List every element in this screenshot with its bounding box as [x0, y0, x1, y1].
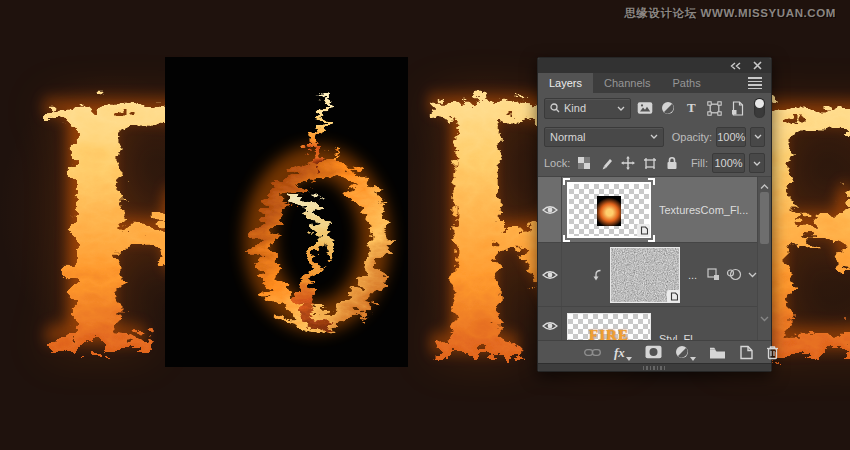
- opacity-label: Opacity:: [672, 131, 712, 143]
- trash-icon: [766, 345, 779, 360]
- visibility-toggle[interactable]: [538, 243, 562, 306]
- tab-layers[interactable]: Layers: [538, 73, 593, 93]
- visibility-toggle[interactable]: [538, 307, 562, 340]
- filter-pixel-layers-button[interactable]: [635, 98, 654, 118]
- chevron-down-icon: [753, 161, 761, 166]
- lock-label: Lock:: [544, 157, 570, 169]
- chevron-up-icon: [760, 184, 769, 190]
- tab-channels[interactable]: Channels: [593, 73, 661, 93]
- collapse-panel-button[interactable]: [730, 62, 741, 70]
- overlapping-squares-icon[interactable]: [707, 268, 720, 281]
- expand-effects-chevron-icon[interactable]: [748, 272, 757, 278]
- add-layer-style-button[interactable]: fx: [614, 346, 632, 359]
- layers-scrollbar[interactable]: [757, 177, 771, 340]
- panel-menu-icon: [748, 77, 762, 89]
- panel-menu-button[interactable]: [739, 73, 771, 93]
- layer-name[interactable]: Styl_Fl: [659, 333, 693, 340]
- layer-name-truncated[interactable]: ...: [688, 269, 697, 281]
- new-adjustment-layer-button[interactable]: [675, 345, 696, 359]
- chevron-down-icon: [650, 134, 658, 139]
- fill-value: 100%: [714, 157, 742, 169]
- filter-smart-objects-button[interactable]: [728, 98, 747, 118]
- new-layer-button[interactable]: [739, 345, 753, 360]
- layer-row-textures[interactable]: TexturesCom_Fl...: [538, 177, 771, 243]
- filter-shape-layers-button[interactable]: [705, 98, 724, 118]
- selection-corner-icon: [648, 178, 655, 185]
- close-panel-button[interactable]: [753, 61, 762, 70]
- link-icon: [584, 348, 601, 357]
- fireball-image: [165, 57, 408, 367]
- type-icon: T: [687, 100, 696, 116]
- layer-row-fire-text[interactable]: FIRE Styl_Fl: [538, 307, 771, 340]
- filter-adjustment-layers-button[interactable]: [658, 98, 677, 118]
- chevron-down-icon: [754, 134, 762, 139]
- scroll-down-button[interactable]: [760, 312, 769, 324]
- opacity-dropdown-button[interactable]: [750, 127, 765, 147]
- layers-panel: Layers Channels Paths Kind: [537, 57, 772, 372]
- layer-thumbnail[interactable]: FIRE: [567, 313, 651, 340]
- artboard-icon: [643, 157, 657, 170]
- smart-object-badge-icon: [667, 290, 680, 303]
- padlock-icon: [666, 156, 678, 170]
- filter-type-layers-button[interactable]: T: [682, 98, 701, 118]
- brush-icon: [600, 157, 613, 170]
- checkerboard-icon: [578, 157, 590, 169]
- delete-layer-button[interactable]: [766, 345, 779, 360]
- fill-input[interactable]: 100%: [712, 153, 745, 173]
- chevron-down-icon: [760, 316, 769, 322]
- toggle-knob: [755, 99, 764, 108]
- filter-kind-label: Kind: [564, 102, 586, 114]
- eye-icon: [542, 205, 558, 215]
- eye-icon: [542, 321, 558, 331]
- image-icon: [637, 101, 653, 115]
- tab-paths[interactable]: Paths: [662, 73, 712, 93]
- scroll-up-button[interactable]: [760, 180, 769, 192]
- caret-down-icon: [690, 357, 696, 361]
- fill-dropdown-button[interactable]: [749, 153, 765, 173]
- layers-toolbar: fx: [538, 340, 771, 363]
- selection-corner-icon: [563, 235, 570, 242]
- document-canvas[interactable]: [165, 57, 408, 367]
- opacity-input[interactable]: 100%: [716, 127, 746, 147]
- folder-icon: [709, 346, 726, 359]
- smart-object-icon: [731, 101, 744, 116]
- layer-name[interactable]: TexturesCom_Fl...: [659, 204, 748, 216]
- fire-text-preview: FIRE: [589, 327, 629, 340]
- close-icon: [753, 61, 762, 70]
- blend-mode-value: Normal: [550, 131, 585, 143]
- fire-image-preview: [597, 196, 621, 226]
- lock-position-button[interactable]: [620, 156, 636, 170]
- panel-footer: [538, 363, 771, 371]
- collapse-arrows-icon: [730, 62, 741, 70]
- lock-artboard-button[interactable]: [642, 157, 658, 170]
- layer-thumbnail[interactable]: [610, 247, 680, 303]
- blend-mode-bar: Normal Opacity: 100%: [538, 123, 771, 150]
- layer-filtering-toggle[interactable]: [754, 98, 765, 118]
- lock-pixels-button[interactable]: [598, 157, 614, 170]
- link-layers-button[interactable]: [584, 348, 601, 357]
- site-watermark: 思缘设计论坛 WWW.MISSYUAN.COM: [624, 6, 836, 21]
- layer-filter-bar: Kind T: [538, 93, 771, 123]
- opacity-value: 100%: [717, 131, 745, 143]
- layer-badges: [707, 268, 757, 281]
- selection-corner-icon: [563, 178, 570, 185]
- lock-bar: Lock:: [538, 150, 771, 176]
- visibility-toggle[interactable]: [538, 177, 562, 242]
- layer-mask-icon: [645, 345, 662, 359]
- new-group-button[interactable]: [709, 346, 726, 359]
- layer-row-texture-noise[interactable]: ...: [538, 243, 771, 307]
- layer-thumbnail[interactable]: [567, 182, 651, 238]
- scrollbar-thumb[interactable]: [760, 192, 769, 244]
- overlapping-circles-icon[interactable]: [726, 268, 742, 281]
- panel-tabbar: Layers Channels Paths: [538, 73, 771, 93]
- lock-all-button[interactable]: [664, 156, 680, 170]
- new-layer-icon: [739, 345, 753, 360]
- lock-transparency-button[interactable]: [576, 157, 592, 169]
- add-layer-mask-button[interactable]: [645, 345, 662, 359]
- fx-icon: fx: [614, 346, 625, 359]
- filter-kind-dropdown[interactable]: Kind: [544, 98, 631, 119]
- chevron-down-icon: [617, 106, 625, 111]
- blend-mode-dropdown[interactable]: Normal: [544, 127, 664, 147]
- clipping-mask-arrow-icon: [592, 269, 602, 281]
- panel-resize-handle[interactable]: [643, 366, 667, 370]
